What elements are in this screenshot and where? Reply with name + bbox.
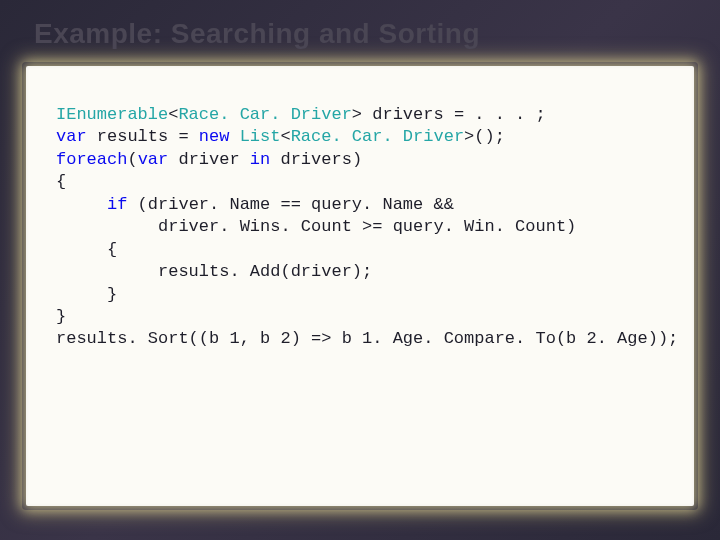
code-text: > drivers = . . . ; — [352, 105, 546, 124]
code-type: List — [240, 127, 281, 146]
code-text: driver — [168, 150, 250, 169]
code-text: drivers) — [270, 150, 362, 169]
code-type: Race. Car. Driver — [178, 105, 351, 124]
code-keyword: var — [56, 127, 87, 146]
code-keyword: new — [199, 127, 230, 146]
code-text: results. Add(driver); — [56, 262, 372, 281]
code-text: (driver. Name == query. Name && — [127, 195, 453, 214]
code-block: IEnumerable<Race. Car. Driver> drivers =… — [56, 104, 664, 351]
code-text: >(); — [464, 127, 505, 146]
code-text: { — [56, 172, 66, 191]
slide-title: Example: Searching and Sorting — [26, 18, 694, 50]
code-type: Race. Car. Driver — [291, 127, 464, 146]
code-text: { — [56, 240, 117, 259]
code-keyword: if — [107, 195, 127, 214]
code-text: driver. Wins. Count >= query. Win. Count… — [56, 217, 576, 236]
code-text: results. Sort((b 1, b 2) => b 1. Age. Co… — [56, 329, 678, 348]
slide: Example: Searching and Sorting IEnumerab… — [0, 0, 720, 540]
code-type: IEnumerable — [56, 105, 168, 124]
code-keyword: var — [138, 150, 169, 169]
code-text — [56, 195, 107, 214]
code-text: results = — [87, 127, 199, 146]
code-text — [229, 127, 239, 146]
code-keyword: foreach — [56, 150, 127, 169]
content-panel: IEnumerable<Race. Car. Driver> drivers =… — [26, 66, 694, 506]
code-keyword: in — [250, 150, 270, 169]
code-text: } — [56, 307, 66, 326]
code-text: } — [56, 285, 117, 304]
code-text: < — [168, 105, 178, 124]
code-text: < — [280, 127, 290, 146]
code-text: ( — [127, 150, 137, 169]
